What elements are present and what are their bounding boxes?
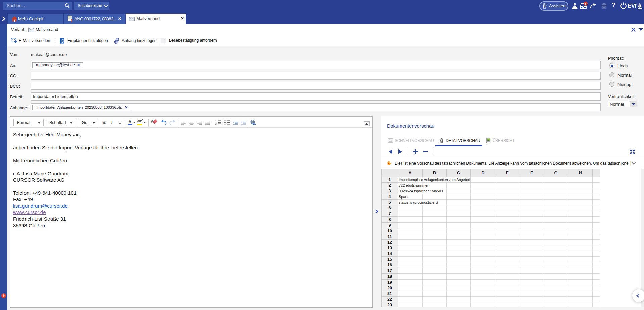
- svg-text:2.: 2.: [215, 123, 217, 125]
- svg-text:@: @: [61, 39, 64, 43]
- svg-text:1.: 1.: [215, 120, 217, 122]
- svg-text:A: A: [441, 140, 442, 142]
